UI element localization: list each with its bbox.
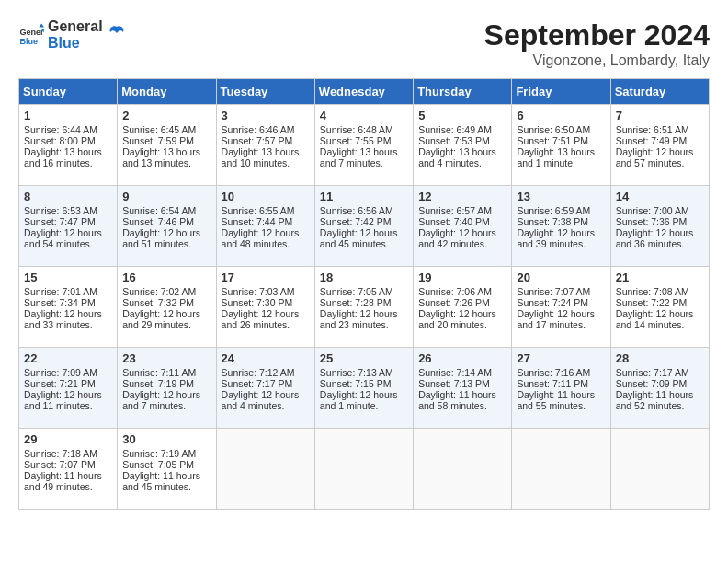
day-info: and 11 minutes. xyxy=(24,400,112,411)
day-info: Sunrise: 7:07 AM xyxy=(517,286,605,297)
day-number: 30 xyxy=(122,432,210,446)
day-info: and 45 minutes. xyxy=(320,238,408,249)
calendar-week-row: 22Sunrise: 7:09 AMSunset: 7:21 PMDayligh… xyxy=(19,348,710,429)
table-row: 25Sunrise: 7:13 AMSunset: 7:15 PMDayligh… xyxy=(314,348,413,429)
day-info: Daylight: 12 hours xyxy=(122,308,210,319)
day-info: Daylight: 11 hours xyxy=(418,389,506,400)
day-info: Daylight: 12 hours xyxy=(122,227,210,238)
day-info: and 45 minutes. xyxy=(122,481,210,492)
day-info: Sunrise: 6:46 AM xyxy=(222,124,310,135)
day-info: and 39 minutes. xyxy=(517,238,605,249)
table-row: 30Sunrise: 7:19 AMSunset: 7:05 PMDayligh… xyxy=(118,429,216,510)
day-info: Sunrise: 6:57 AM xyxy=(418,205,506,216)
day-info: Sunset: 7:51 PM xyxy=(517,135,605,146)
table-row: 28Sunrise: 7:17 AMSunset: 7:09 PMDayligh… xyxy=(610,348,709,429)
day-info: Daylight: 12 hours xyxy=(616,308,704,319)
day-info: Sunset: 7:55 PM xyxy=(320,135,408,146)
day-number: 13 xyxy=(517,190,605,203)
svg-text:General: General xyxy=(19,28,44,37)
day-info: Sunset: 7:30 PM xyxy=(222,297,310,308)
location: Vigonzone, Lombardy, Italy xyxy=(484,52,710,69)
day-info: Daylight: 12 hours xyxy=(24,227,112,238)
day-info: Daylight: 12 hours xyxy=(320,308,408,319)
day-info: and 16 minutes. xyxy=(24,157,112,168)
day-info: Sunset: 7:32 PM xyxy=(122,297,210,308)
table-row: 11Sunrise: 6:56 AMSunset: 7:42 PMDayligh… xyxy=(314,186,413,267)
day-info: Sunrise: 7:01 AM xyxy=(24,286,112,297)
day-info: Sunrise: 6:50 AM xyxy=(517,124,605,135)
day-number: 29 xyxy=(24,432,112,446)
day-info: Daylight: 12 hours xyxy=(517,308,605,319)
day-number: 15 xyxy=(24,270,112,284)
day-info: Daylight: 11 hours xyxy=(24,470,112,481)
day-info: Daylight: 11 hours xyxy=(616,389,704,400)
day-info: and 29 minutes. xyxy=(122,319,210,330)
table-row: 23Sunrise: 7:11 AMSunset: 7:19 PMDayligh… xyxy=(118,348,216,429)
table-row: 3Sunrise: 6:46 AMSunset: 7:57 PMDaylight… xyxy=(216,105,314,186)
table-row xyxy=(414,429,512,510)
day-info: Sunrise: 7:14 AM xyxy=(418,367,506,378)
day-info: Sunrise: 7:13 AM xyxy=(320,367,408,378)
day-info: Daylight: 13 hours xyxy=(418,146,506,157)
day-info: Sunset: 7:19 PM xyxy=(122,378,210,389)
day-info: Sunrise: 7:08 AM xyxy=(616,286,704,297)
day-info: Sunrise: 7:05 AM xyxy=(320,286,408,297)
table-row xyxy=(314,429,413,510)
day-info: Sunrise: 6:53 AM xyxy=(24,205,112,216)
day-number: 12 xyxy=(418,190,506,203)
day-info: Sunset: 7:59 PM xyxy=(122,135,210,146)
calendar-week-row: 8Sunrise: 6:53 AMSunset: 7:47 PMDaylight… xyxy=(19,186,710,267)
day-info: Daylight: 12 hours xyxy=(418,227,506,238)
col-thursday: Thursday xyxy=(414,79,512,105)
day-info: and 54 minutes. xyxy=(24,238,112,249)
day-info: Sunset: 7:49 PM xyxy=(616,135,704,146)
day-info: Sunrise: 7:00 AM xyxy=(616,205,704,216)
table-row: 7Sunrise: 6:51 AMSunset: 7:49 PMDaylight… xyxy=(610,105,709,186)
calendar-week-row: 15Sunrise: 7:01 AMSunset: 7:34 PMDayligh… xyxy=(19,267,710,348)
day-info: Daylight: 13 hours xyxy=(122,146,210,157)
day-info: Sunrise: 7:18 AM xyxy=(24,448,112,459)
day-number: 17 xyxy=(222,270,310,284)
day-info: and 42 minutes. xyxy=(418,238,506,249)
day-info: Sunset: 7:05 PM xyxy=(122,459,210,470)
logo-blue: Blue xyxy=(48,35,103,52)
day-info: and 14 minutes. xyxy=(616,319,704,330)
col-wednesday: Wednesday xyxy=(314,79,413,105)
day-info: Sunset: 7:42 PM xyxy=(320,216,408,227)
day-number: 7 xyxy=(616,109,704,122)
table-row: 13Sunrise: 6:59 AMSunset: 7:38 PMDayligh… xyxy=(512,186,610,267)
day-info: Sunrise: 7:02 AM xyxy=(122,286,210,297)
col-saturday: Saturday xyxy=(610,79,709,105)
day-number: 19 xyxy=(418,270,506,284)
day-info: Sunset: 7:11 PM xyxy=(517,378,605,389)
day-info: and 4 minutes. xyxy=(418,157,506,168)
table-row: 26Sunrise: 7:14 AMSunset: 7:13 PMDayligh… xyxy=(414,348,512,429)
table-row: 18Sunrise: 7:05 AMSunset: 7:28 PMDayligh… xyxy=(314,267,413,348)
calendar-week-row: 29Sunrise: 7:18 AMSunset: 7:07 PMDayligh… xyxy=(19,429,710,510)
day-info: and 51 minutes. xyxy=(122,238,210,249)
table-row xyxy=(610,429,709,510)
table-row: 20Sunrise: 7:07 AMSunset: 7:24 PMDayligh… xyxy=(512,267,610,348)
day-number: 16 xyxy=(122,270,210,284)
table-row: 15Sunrise: 7:01 AMSunset: 7:34 PMDayligh… xyxy=(19,267,118,348)
logo-general: General xyxy=(48,18,103,35)
day-number: 1 xyxy=(24,109,112,122)
day-info: Sunrise: 7:16 AM xyxy=(517,367,605,378)
day-number: 2 xyxy=(122,109,210,122)
day-info: Sunrise: 6:54 AM xyxy=(122,205,210,216)
day-info: Daylight: 12 hours xyxy=(418,308,506,319)
day-number: 3 xyxy=(222,109,310,122)
day-info: Sunrise: 7:19 AM xyxy=(122,448,210,459)
day-number: 27 xyxy=(517,351,605,365)
day-info: and 58 minutes. xyxy=(418,400,506,411)
day-info: Daylight: 12 hours xyxy=(122,389,210,400)
day-info: Sunset: 7:34 PM xyxy=(24,297,112,308)
logo: General Blue General Blue xyxy=(18,18,127,51)
day-number: 9 xyxy=(122,190,210,203)
day-info: and 17 minutes. xyxy=(517,319,605,330)
day-info: Sunrise: 6:59 AM xyxy=(517,205,605,216)
day-info: Sunset: 7:07 PM xyxy=(24,459,112,470)
day-info: Sunset: 7:47 PM xyxy=(24,216,112,227)
day-info: Sunrise: 7:11 AM xyxy=(122,367,210,378)
day-info: and 4 minutes. xyxy=(222,400,310,411)
